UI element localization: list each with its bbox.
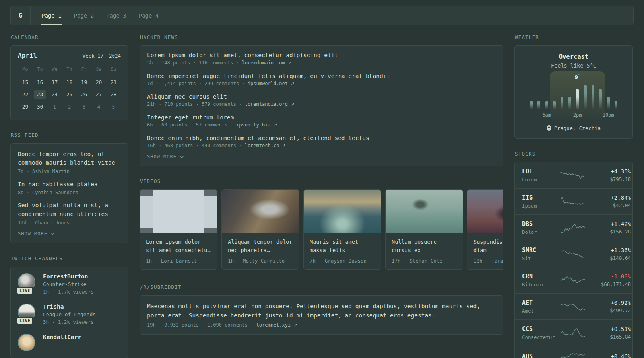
tab-page-4[interactable]: Page 4 <box>139 6 159 25</box>
stock-row[interactable]: DBSDolor +1.42%$156.28 <box>515 214 632 241</box>
reddit-post-title[interactable]: Maecenas mollis pulvinar erat non posuer… <box>147 302 496 320</box>
twitch-avatar-wrap: LIVE <box>18 304 37 321</box>
video-thumbnail[interactable] <box>386 190 463 233</box>
twitch-channel-name[interactable]: Trisha <box>43 304 96 310</box>
twitch-channel-row[interactable]: KendallCarr <box>18 334 121 351</box>
twitch-channel-row[interactable]: LIVE Trisha League of Legends 3h · 1.2k … <box>18 304 121 325</box>
tab-label: Page 1 <box>41 12 62 19</box>
rss-show-more-button[interactable]: SHOW MORE <box>18 231 121 237</box>
reddit-post-domain[interactable]: loremnet.xyz <box>256 322 291 328</box>
stock-row[interactable]: CRNBitcorn -1.00%$66,171.48 <box>515 267 632 293</box>
calendar-week-year: Week 17·2024 <box>83 53 121 59</box>
time-label: 2pm <box>573 112 582 118</box>
twitch-channel-info: ForrestBurton Counter-Strike 1h · 1.7k v… <box>43 273 94 295</box>
video-title[interactable]: Mauris sit amet massa felis <box>310 238 375 255</box>
hn-story: Integer eget rutrum lorem 6h · 60 points… <box>147 114 496 128</box>
video-thumbnail[interactable] <box>467 190 503 233</box>
stock-price: $795.18 <box>586 176 631 182</box>
video-info: Lorem ipsum dolor sit amet consectetu… 1… <box>140 233 217 269</box>
stock-row[interactable]: IIGIpsum +2.84%$42.04 <box>515 188 632 214</box>
page-tabs: Page 1 Page 2 Page 3 Page 4 <box>31 6 159 25</box>
left-column: CALENDAR April Week 17·2024 Mo Tu We Th … <box>10 25 128 358</box>
stock-row[interactable]: CCSConsectetur +0.51%$165.84 <box>515 319 632 346</box>
stock-row[interactable]: AETAmet +0.92%$499.72 <box>515 293 632 319</box>
video-card[interactable]: Nullam posuere cursus ex 17h · Stefan Co… <box>385 189 463 270</box>
separator-dot: · <box>239 143 242 148</box>
middle-column: HACKER NEWS Lorem ipsum dolor sit amet, … <box>140 25 503 335</box>
video-title[interactable]: Suspendisse diam <box>473 238 503 255</box>
twitch-channel-name[interactable]: ForrestBurton <box>43 273 94 280</box>
rss-item-title[interactable]: Donec tempor eros leo, ut commodo mauris… <box>18 150 121 167</box>
calendar-day: 28 <box>106 88 121 101</box>
stock-change: +4.35% <box>586 168 631 175</box>
stock-symbol: DBS <box>522 220 560 228</box>
calendar-day-next-month: 5 <box>106 101 121 113</box>
weather-bar <box>607 97 610 109</box>
hn-story-domain[interactable]: ipsumworld.net <box>248 81 288 86</box>
video-meta: 7h · Grayson Dawson <box>310 258 375 264</box>
hn-story-domain[interactable]: ipsumify.biz <box>236 122 271 128</box>
stocks-section-title: STOCKS <box>515 151 633 157</box>
weather-section-title: WEATHER <box>515 34 633 40</box>
twitch-viewers: 1h · 1.7k viewers <box>43 289 94 295</box>
rss-item-meta: 8d · Cynthia Saunders <box>18 190 121 195</box>
tab-page-2[interactable]: Page 2 <box>74 6 94 25</box>
external-link-icon: ↗ <box>291 102 294 107</box>
video-card[interactable]: Suspendisse diam 18h · Tara <box>467 189 503 270</box>
hn-story-meta: 1d · 1,414 points · 299 comments · ipsum… <box>147 81 496 86</box>
stock-price: $66,171.48 <box>586 281 631 287</box>
stock-price: $42.04 <box>586 202 631 208</box>
stock-symbol: CRN <box>522 273 560 280</box>
hn-story-title[interactable]: Aliquam nec cursus elit <box>147 93 496 100</box>
time-label: 10pm <box>603 112 614 118</box>
week-number: Week 17 <box>83 53 104 59</box>
twitch-channel-row[interactable]: LIVE ForrestBurton Counter-Strike 1h · 1… <box>18 273 121 295</box>
twitch-avatar-wrap: LIVE <box>18 273 37 291</box>
hn-story-title[interactable]: Donec enim nibh, condimentum et accumsan… <box>147 135 496 141</box>
video-thumbnail[interactable] <box>140 190 217 233</box>
tab-page-3[interactable]: Page 3 <box>106 6 126 25</box>
stock-row[interactable]: AHS +0.46% <box>515 346 632 358</box>
weekday-label: Mo <box>18 64 33 76</box>
video-title[interactable]: Lorem ipsum dolor sit amet consectetu… <box>146 238 211 255</box>
stock-row[interactable]: LDILorem +4.35%$795.18 <box>515 162 632 188</box>
stocks-widget: LDILorem +4.35%$795.18 IIGIpsum +2.84%$4… <box>514 162 633 358</box>
video-info: Mauris sit amet massa felis 7h · Grayson… <box>304 233 381 269</box>
weather-bar <box>561 97 563 109</box>
hn-show-more-button[interactable]: SHOW MORE <box>147 154 496 160</box>
external-link-icon: ↗ <box>282 143 286 148</box>
hn-story-domain[interactable]: loremdomain.com <box>242 60 285 66</box>
stock-sparkline <box>560 222 586 233</box>
video-thumbnail[interactable] <box>304 190 381 233</box>
separator-dot: · <box>103 53 109 59</box>
weather-bar <box>553 101 556 109</box>
calendar-day-next-month: 2 <box>62 101 77 113</box>
hn-story-title[interactable]: Donec imperdiet augue tincidunt felis al… <box>147 73 496 79</box>
hn-story-domain[interactable]: loremtech.co <box>245 143 279 148</box>
stock-row[interactable]: SNRCSit +1.36%$148.64 <box>515 241 632 267</box>
twitch-game: Counter-Strike <box>43 281 94 287</box>
twitch-channel-name[interactable]: KendallCarr <box>43 334 81 340</box>
app-logo[interactable]: G <box>11 6 31 25</box>
video-title[interactable]: Aliquam tempor dolor nec pharetra… <box>228 238 293 255</box>
video-thumbnail[interactable] <box>222 190 299 233</box>
video-card[interactable]: Aliquam tempor dolor nec pharetra… 1h · … <box>221 189 299 270</box>
rss-item-title[interactable]: Sed volutpat nulla nisl, a condimentum n… <box>18 201 121 219</box>
tab-page-1[interactable]: Page 1 <box>41 6 62 25</box>
hn-story: Donec enim nibh, condimentum et accumsan… <box>147 135 496 148</box>
hn-meta-text: 21h · 710 points · 579 comments <box>147 101 236 107</box>
calendar-year: 2024 <box>109 53 121 59</box>
rss-item-title[interactable]: In hac habitasse platea <box>18 180 121 189</box>
stock-symbol: AHS <box>522 353 560 358</box>
video-card[interactable]: Mauris sit amet massa felis 7h · Grayson… <box>303 189 381 270</box>
video-title[interactable]: Nullam posuere cursus ex <box>392 238 457 255</box>
video-card[interactable]: Lorem ipsum dolor sit amet consectetu… 1… <box>140 189 217 270</box>
external-link-icon: ↗ <box>294 323 297 328</box>
hn-story-title[interactable]: Lorem ipsum dolor sit amet, consectetur … <box>147 52 496 58</box>
stock-symbol: CCS <box>522 325 560 333</box>
hn-story-domain[interactable]: loremlandia.org <box>245 101 288 107</box>
live-badge: LIVE <box>17 287 33 294</box>
calendar-day: 29 <box>18 101 33 113</box>
stock-name: Ipsum <box>522 203 560 209</box>
hn-story-title[interactable]: Integer eget rutrum lorem <box>147 114 496 121</box>
